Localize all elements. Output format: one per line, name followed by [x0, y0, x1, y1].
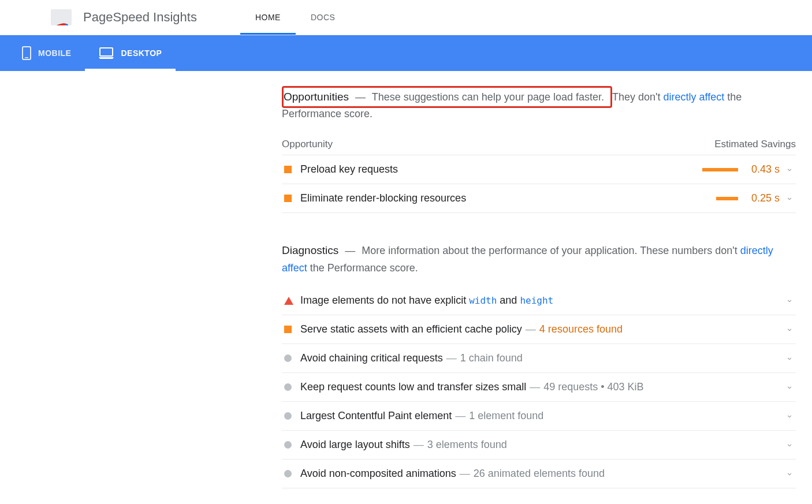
opportunity-row[interactable]: Eliminate render-blocking resources 0.25… — [282, 184, 796, 213]
chevron-down-icon — [785, 326, 794, 334]
device-tabs: MOBILE DESKTOP — [0, 35, 812, 71]
diagnostic-row[interactable]: Image elements do not have explicit widt… — [282, 286, 796, 315]
tab-mobile-label: MOBILE — [38, 48, 71, 58]
main-content: Opportunities — These suggestions can he… — [282, 71, 796, 504]
warn-square-icon — [284, 195, 292, 202]
diagnostics-desc1: More information about the performance o… — [362, 245, 740, 256]
svg-rect-2 — [100, 48, 113, 56]
chevron-down-icon — [785, 412, 794, 420]
directly-affect-link[interactable]: directly affect — [664, 91, 725, 103]
tab-desktop-label: DESKTOP — [121, 48, 162, 58]
warn-square-icon — [284, 166, 292, 173]
diagnostics-heading: Diagnostics — More information about the… — [282, 242, 796, 276]
diagnostic-label: Avoid non-composited animations—26 anima… — [300, 468, 785, 480]
svg-rect-1 — [25, 57, 28, 58]
info-circle-icon — [284, 412, 292, 420]
savings-bar-area — [698, 197, 738, 200]
app-title: PageSpeed Insights — [83, 10, 197, 25]
chevron-down-icon — [785, 166, 794, 174]
chevron-down-icon — [785, 441, 794, 449]
savings-value: 0.43 s — [746, 163, 780, 176]
info-circle-icon — [284, 441, 292, 449]
col-savings: Estimated Savings — [714, 139, 796, 150]
chevron-down-icon — [785, 354, 794, 363]
top-nav: HOME DOCS — [240, 0, 350, 35]
diagnostic-label: Image elements do not have explicit widt… — [300, 294, 785, 307]
opportunities-column-headers: Opportunity Estimated Savings — [282, 133, 796, 155]
tab-desktop[interactable]: DESKTOP — [85, 35, 176, 71]
diagnostic-row[interactable]: Avoid large layout shifts—3 elements fou… — [282, 431, 796, 460]
opportunity-label: Preload key requests — [300, 163, 698, 176]
warn-square-icon — [284, 326, 292, 333]
opportunity-row[interactable]: Preload key requests 0.43 s — [282, 155, 796, 184]
diagnostic-row[interactable]: Avoid chaining critical requests—1 chain… — [282, 344, 796, 373]
savings-bar-area — [698, 168, 738, 171]
opportunities-title: Opportunities — [284, 91, 349, 103]
savings-value: 0.25 s — [746, 192, 780, 204]
nav-docs[interactable]: DOCS — [296, 0, 350, 35]
diagnostic-row[interactable]: Serve static assets with an efficient ca… — [282, 315, 796, 344]
opportunities-heading: Opportunities — These suggestions can he… — [282, 88, 796, 122]
fail-triangle-icon — [284, 297, 293, 305]
chevron-down-icon — [785, 470, 794, 478]
chevron-down-icon — [785, 297, 794, 305]
diagnostic-label: Keep request counts low and transfer siz… — [300, 381, 785, 393]
diagnostics-desc3: the Performance score. — [307, 262, 418, 274]
col-opportunity: Opportunity — [282, 139, 333, 150]
desktop-icon — [99, 47, 114, 59]
diagnostic-label: Avoid large layout shifts—3 elements fou… — [300, 439, 785, 451]
diagnostic-row[interactable]: Keep request counts low and transfer siz… — [282, 373, 796, 402]
diagnostic-label: Largest Contentful Paint element—1 eleme… — [300, 410, 785, 422]
diagnostic-row[interactable]: Avoid non-composited animations—26 anima… — [282, 460, 796, 488]
highlight-box: Opportunities — These suggestions can he… — [282, 86, 612, 108]
info-circle-icon — [284, 470, 292, 477]
info-circle-icon — [284, 383, 292, 391]
psi-logo-icon — [51, 9, 72, 25]
info-circle-icon — [284, 354, 292, 362]
savings-bar — [716, 197, 738, 200]
nav-home[interactable]: HOME — [240, 0, 296, 35]
chevron-down-icon — [785, 195, 794, 203]
mobile-icon — [22, 46, 31, 60]
savings-bar — [702, 168, 738, 171]
top-header: PageSpeed Insights HOME DOCS — [0, 0, 812, 35]
diagnostic-label: Serve static assets with an efficient ca… — [300, 323, 785, 335]
diagnostic-row[interactable]: Largest Contentful Paint element—1 eleme… — [282, 402, 796, 431]
diagnostics-title: Diagnostics — [282, 244, 338, 256]
opportunities-desc1: These suggestions can help your page loa… — [372, 91, 604, 103]
chevron-down-icon — [785, 383, 794, 391]
diagnostic-label: Avoid chaining critical requests—1 chain… — [300, 352, 785, 364]
opportunity-label: Eliminate render-blocking resources — [300, 192, 698, 204]
tab-mobile[interactable]: MOBILE — [8, 35, 85, 71]
opportunities-desc2: They don't — [612, 91, 664, 103]
